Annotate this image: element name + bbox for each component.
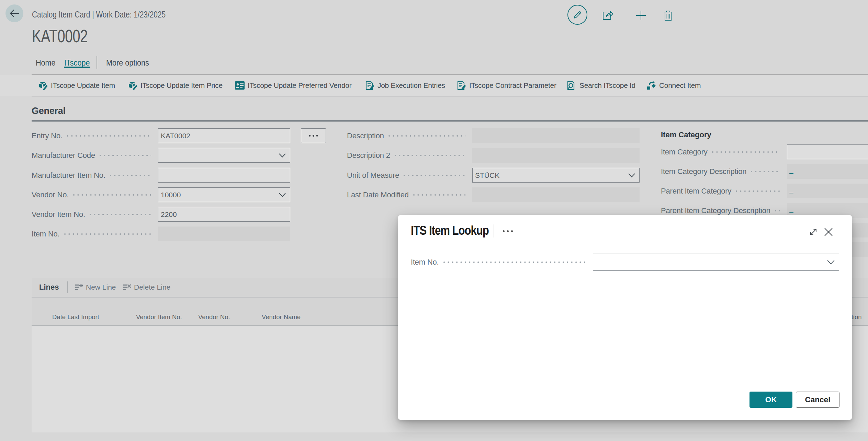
- ellipsis-icon: [503, 230, 505, 232]
- dialog-title: ITS Item Lookup: [411, 223, 489, 238]
- dialog-field-row-item-no: Item No.: [411, 254, 586, 271]
- dialog-more-options-button[interactable]: [500, 224, 516, 237]
- dialog-title-separator: [494, 224, 494, 237]
- expand-icon: [809, 228, 818, 236]
- cancel-button[interactable]: Cancel: [796, 392, 839, 408]
- ellipsis-icon: [507, 230, 509, 232]
- dialog-item-no-combobox[interactable]: [593, 254, 839, 271]
- dialog-footer-divider: [411, 381, 839, 381]
- dialog-close-button[interactable]: [822, 225, 835, 239]
- ok-button[interactable]: OK: [749, 392, 792, 408]
- field-label: Item No.: [411, 258, 439, 267]
- its-item-lookup-dialog: ITS Item Lookup Item No. OK Cancel: [398, 215, 852, 420]
- dotted-leader: [443, 262, 586, 263]
- ellipsis-icon: [511, 230, 513, 232]
- dialog-expand-button[interactable]: [807, 225, 820, 239]
- chevron-down-icon: [827, 260, 835, 265]
- close-icon: [824, 227, 833, 237]
